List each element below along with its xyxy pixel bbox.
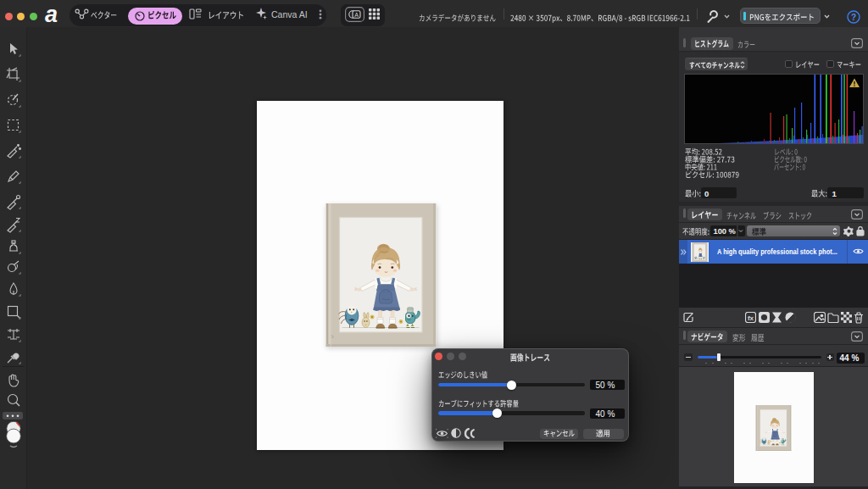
svg-text:A: A [354,11,359,17]
svg-text:fx: fx [748,314,754,322]
svg-text:?: ? [851,12,856,21]
